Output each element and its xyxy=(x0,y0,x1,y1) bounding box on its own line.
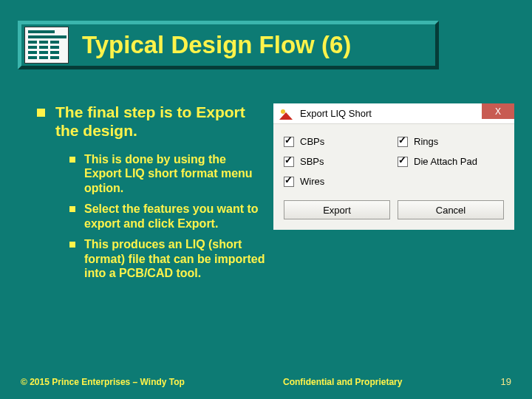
checkbox-icon xyxy=(284,137,294,147)
checkbox-label: Rings xyxy=(414,136,438,147)
square-bullet-icon xyxy=(69,206,75,212)
checkbox-icon xyxy=(284,157,294,167)
bullet-level2: This produces an LIQ (short format) file… xyxy=(69,237,266,281)
export-button[interactable]: Export xyxy=(284,200,390,219)
sub-bullet-text: This is done by using the Export LIQ sho… xyxy=(84,152,266,196)
title-bar: Typical Design Flow (6) xyxy=(18,21,439,69)
square-bullet-icon xyxy=(69,157,75,163)
button-label: Cancel xyxy=(436,205,466,216)
checkbox-die-attach-pad[interactable]: Die Attach Pad xyxy=(398,156,504,167)
footer: © 2015 Prince Enterprises – Windy Top Co… xyxy=(0,376,532,387)
checkbox-icon xyxy=(284,177,294,187)
slide-icon xyxy=(24,27,69,64)
slide-title: Typical Design Flow (6) xyxy=(82,31,351,59)
sub-bullet-text: This produces an LIQ (short format) file… xyxy=(84,237,266,281)
checkbox-label: Wires xyxy=(300,176,324,187)
bullet-level2: Select the features you want to export a… xyxy=(69,202,266,231)
page-number: 19 xyxy=(501,376,511,387)
bullet-main-text: The final step is to Export the design. xyxy=(55,103,266,140)
footer-center: Confidential and Proprietary xyxy=(283,377,402,387)
export-dialog: Export LIQ Short X CBPs Rings SBPs Die A… xyxy=(273,103,514,230)
checkbox-wires[interactable]: Wires xyxy=(284,176,390,187)
app-icon xyxy=(279,108,293,120)
dialog-titlebar: Export LIQ Short X xyxy=(273,103,514,124)
checkbox-cbps[interactable]: CBPs xyxy=(284,136,390,147)
button-label: Export xyxy=(323,205,351,216)
checkbox-icon xyxy=(398,157,408,167)
bullet-level1: The final step is to Export the design. xyxy=(37,103,266,140)
content-column: The final step is to Export the design. … xyxy=(37,103,266,287)
square-bullet-icon xyxy=(37,109,45,117)
dialog-title: Export LIQ Short xyxy=(300,108,372,119)
checkbox-icon xyxy=(398,137,408,147)
checkbox-label: SBPs xyxy=(300,156,324,167)
checkbox-label: CBPs xyxy=(300,136,324,147)
close-button[interactable]: X xyxy=(482,103,514,119)
button-row: Export Cancel xyxy=(284,200,504,219)
close-icon: X xyxy=(495,106,501,117)
footer-left: © 2015 Prince Enterprises – Windy Top xyxy=(21,377,185,387)
checkbox-grid: CBPs Rings SBPs Die Attach Pad Wires xyxy=(284,136,504,187)
dialog-body: CBPs Rings SBPs Die Attach Pad Wires Exp… xyxy=(273,124,514,230)
checkbox-label: Die Attach Pad xyxy=(414,156,477,167)
bullet-level2: This is done by using the Export LIQ sho… xyxy=(69,152,266,196)
cancel-button[interactable]: Cancel xyxy=(398,200,504,219)
square-bullet-icon xyxy=(69,242,75,248)
checkbox-rings[interactable]: Rings xyxy=(398,136,504,147)
checkbox-sbps[interactable]: SBPs xyxy=(284,156,390,167)
sub-bullet-text: Select the features you want to export a… xyxy=(84,202,266,231)
